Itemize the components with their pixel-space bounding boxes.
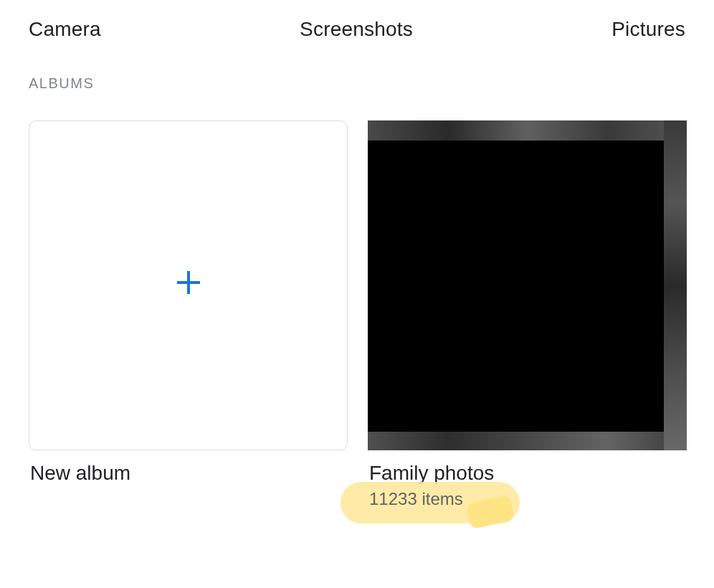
category-screenshots[interactable]: Screenshots: [300, 18, 413, 41]
new-album-title: New album: [29, 462, 348, 485]
family-photos-item-count: 11233 items: [369, 489, 687, 509]
device-folders-row: Camera Screenshots Pictures: [0, 0, 714, 41]
family-photos-cover: [368, 120, 687, 450]
family-photos-album-card[interactable]: Family photos 11233 items: [368, 120, 687, 509]
new-album-cover: [29, 120, 348, 450]
album-thumbnail-pixelated: [368, 120, 687, 450]
albums-row: New album Family photos 11233 items: [0, 92, 714, 509]
plus-icon: [174, 268, 203, 303]
category-pictures[interactable]: Pictures: [611, 18, 685, 41]
album-count-highlight: 11233 items: [368, 489, 687, 509]
category-camera[interactable]: Camera: [29, 18, 101, 41]
albums-section-header: ALBUMS: [0, 41, 714, 92]
new-album-card[interactable]: New album: [29, 120, 348, 509]
